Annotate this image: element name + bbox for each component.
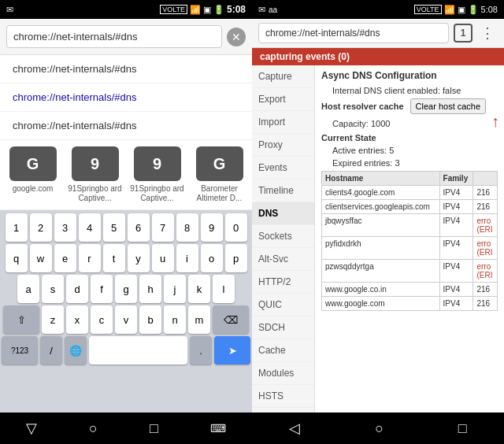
nav-item-quic[interactable]: QUIC: [252, 294, 314, 316]
back-button-right[interactable]: ◁: [276, 415, 313, 442]
kb-a[interactable]: a: [17, 275, 39, 303]
kb-9[interactable]: 9: [201, 213, 223, 242]
right-status-icons-left: VOLTE 📶 ▣ 🔋 5:08: [160, 4, 246, 15]
suggestions-list: chrome://net-internals/#dns chrome://net…: [0, 55, 252, 140]
capacity-label: Capacity: 1000: [332, 119, 498, 128]
kb-v[interactable]: v: [115, 305, 137, 334]
home-button-left[interactable]: ○: [76, 416, 110, 442]
nav-item-alt-svc[interactable]: Alt-Svc: [252, 248, 314, 271]
kb-slash[interactable]: /: [40, 336, 62, 364]
home-button-right[interactable]: ○: [362, 416, 396, 442]
hostname-cell: jbqwysffac: [322, 214, 440, 237]
hostname-cell: pyfidxdrkh: [322, 237, 440, 260]
kb-8[interactable]: 8: [176, 213, 198, 242]
kb-k[interactable]: k: [188, 275, 210, 303]
kb-7[interactable]: 7: [152, 213, 174, 242]
kb-t[interactable]: t: [103, 244, 125, 272]
clear-address-button[interactable]: ✕: [227, 28, 246, 46]
quick-item-91-1[interactable]: 9 91Springbo ard Captive...: [67, 146, 124, 203]
main-content: Async DNS Configuration Internal DNS cli…: [315, 65, 504, 413]
kb-y[interactable]: y: [128, 244, 150, 272]
kb-b[interactable]: b: [139, 305, 161, 334]
quick-item-91-2[interactable]: 9 91Springbo ard Captive...: [129, 146, 186, 203]
kb-f[interactable]: f: [91, 275, 113, 303]
recents-button-left[interactable]: □: [137, 416, 171, 442]
address-bar-container-left: ✕: [0, 19, 252, 55]
kb-l[interactable]: l: [213, 275, 235, 303]
kb-symbols[interactable]: ?123: [2, 336, 38, 364]
kb-o[interactable]: o: [201, 244, 223, 272]
kb-j[interactable]: j: [164, 275, 186, 303]
kb-u[interactable]: u: [152, 244, 174, 272]
kb-4[interactable]: 4: [79, 213, 101, 242]
kb-s[interactable]: s: [42, 275, 64, 303]
quick-thumb-google: G: [9, 146, 57, 181]
kb-n[interactable]: n: [164, 305, 186, 334]
status-cell: 216: [473, 200, 498, 214]
kb-shift[interactable]: ⇧: [3, 305, 39, 334]
kb-x[interactable]: x: [66, 305, 88, 334]
sidebar-nav: Capture Export Import Proxy Events Timel…: [252, 65, 315, 413]
kb-enter[interactable]: ➤: [214, 336, 250, 364]
kb-e[interactable]: e: [54, 244, 76, 272]
section-title-async-dns: Async DNS Configuration: [321, 70, 498, 81]
kb-q[interactable]: q: [6, 244, 28, 272]
nav-item-sdch[interactable]: SDCH: [252, 316, 314, 339]
nav-item-http2[interactable]: HTTP/2: [252, 271, 314, 294]
more-menu-icon[interactable]: ⋮: [477, 23, 498, 43]
nav-item-dns[interactable]: DNS: [252, 202, 314, 225]
left-panel: ✉ VOLTE 📶 ▣ 🔋 5:08 ✕ chrome://net-intern…: [0, 0, 252, 444]
recents-button-right[interactable]: □: [446, 416, 480, 442]
kb-2[interactable]: 2: [30, 213, 52, 242]
back-button-left[interactable]: ▽: [13, 415, 50, 442]
kb-backspace[interactable]: ⌫: [213, 305, 249, 334]
nav-item-timeline[interactable]: Timeline: [252, 179, 314, 202]
kb-c[interactable]: c: [91, 305, 113, 334]
kb-p[interactable]: p: [225, 244, 247, 272]
suggestion-item-1[interactable]: chrome://net-internals/#dns: [0, 55, 252, 83]
nav-item-import[interactable]: Import: [252, 111, 314, 134]
clear-host-cache-button[interactable]: Clear host cache: [410, 98, 487, 114]
nav-item-sockets[interactable]: Sockets: [252, 225, 314, 248]
suggestion-item-3[interactable]: chrome://net-internals/#dns: [0, 112, 252, 139]
kb-space[interactable]: [89, 336, 187, 364]
keyboard-button-left[interactable]: ⌨: [198, 417, 239, 439]
kb-globe-icon[interactable]: 🌐: [65, 336, 87, 364]
kb-0[interactable]: 0: [225, 213, 247, 242]
kb-i[interactable]: i: [176, 244, 198, 272]
kb-r[interactable]: r: [79, 244, 101, 272]
nav-item-hsts[interactable]: HSTS: [252, 385, 314, 408]
table-row: clients4.google.com IPV4 216: [322, 186, 498, 200]
nav-item-capture[interactable]: Capture: [252, 65, 314, 88]
wifi-icon-left: 📶: [190, 5, 201, 15]
hostname-cell: www.google.com: [322, 297, 440, 311]
nav-item-cache[interactable]: Cache: [252, 339, 314, 362]
hostname-cell: clients4.google.com: [322, 186, 440, 200]
nav-item-modules[interactable]: Modules: [252, 362, 314, 385]
kb-3[interactable]: 3: [54, 213, 76, 242]
kb-1[interactable]: 1: [6, 213, 28, 242]
kb-g[interactable]: g: [115, 275, 137, 303]
address-bar-input-left[interactable]: [6, 25, 222, 48]
kb-5[interactable]: 5: [103, 213, 125, 242]
status-cell: 216: [473, 297, 498, 311]
suggestion-item-2[interactable]: chrome://net-internals/#dns: [0, 83, 252, 112]
kb-d[interactable]: d: [66, 275, 88, 303]
kb-m[interactable]: m: [188, 305, 210, 334]
kb-row-qwerty: q w e r t y u i o p: [2, 244, 250, 272]
tab-count[interactable]: 1: [454, 24, 472, 43]
quick-item-google[interactable]: G google.com: [5, 146, 61, 203]
right-address-input[interactable]: [258, 23, 449, 43]
nav-item-proxy[interactable]: Proxy: [252, 134, 314, 157]
wifi-icon-right: 📶: [444, 5, 455, 15]
kb-z[interactable]: z: [42, 305, 64, 334]
kb-h[interactable]: h: [139, 275, 161, 303]
nav-item-events[interactable]: Events: [252, 157, 314, 179]
kb-row-zxcv: ⇧ z x c v b n m ⌫: [2, 305, 250, 334]
quick-item-barometer[interactable]: G Barometer Altimeter D...: [191, 146, 248, 203]
kb-6[interactable]: 6: [128, 213, 150, 242]
kb-w[interactable]: w: [30, 244, 52, 272]
nav-item-export[interactable]: Export: [252, 88, 314, 111]
kb-period[interactable]: .: [190, 336, 212, 364]
capturing-banner: capturing events (0): [252, 48, 504, 65]
